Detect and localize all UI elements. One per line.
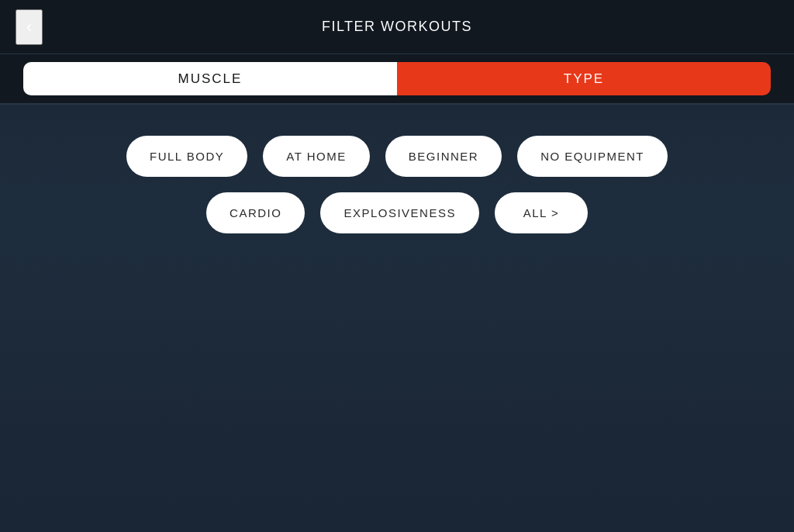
filter-cardio[interactable]: CARDIO	[206, 192, 305, 233]
filter-explosiveness[interactable]: EXPLOSIVENESS	[320, 192, 479, 233]
filter-row-1: FULL BODY AT HOME BEGINNER NO EQUIPMENT	[47, 136, 747, 177]
filter-full-body[interactable]: FULL BODY	[126, 136, 247, 177]
filter-all[interactable]: ALL >	[495, 192, 588, 233]
tab-type[interactable]: TYPE	[397, 62, 771, 95]
filter-at-home[interactable]: AT HOME	[263, 136, 369, 177]
header: ‹ FILTER WORKOUTS	[0, 0, 794, 54]
page-title: FILTER WORKOUTS	[322, 19, 472, 35]
tab-muscle[interactable]: MUSCLE	[23, 62, 397, 95]
filter-beginner[interactable]: BEGINNER	[385, 136, 502, 177]
back-button[interactable]: ‹	[16, 9, 43, 45]
filter-row-2: CARDIO EXPLOSIVENESS ALL >	[47, 192, 747, 233]
filter-content: FULL BODY AT HOME BEGINNER NO EQUIPMENT …	[0, 105, 794, 257]
filter-no-equipment[interactable]: NO EQUIPMENT	[517, 136, 668, 177]
tab-bar: MUSCLE TYPE	[0, 54, 794, 105]
